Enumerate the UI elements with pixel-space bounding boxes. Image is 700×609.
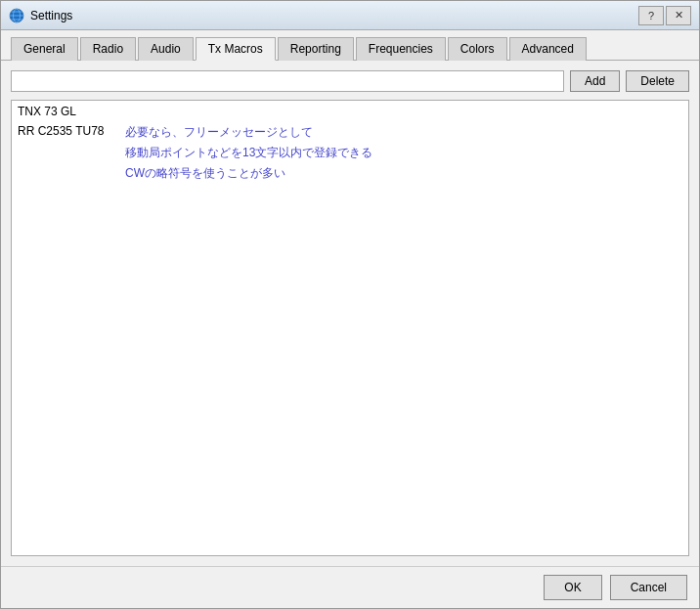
list-item-value: 必要なら、フリーメッセージとして bbox=[125, 124, 313, 141]
tab-audio[interactable]: Audio bbox=[138, 37, 194, 61]
settings-window: Settings ? ✕ General Radio Audio Tx Macr… bbox=[0, 0, 700, 609]
bottom-bar: OK Cancel bbox=[1, 566, 699, 608]
help-button[interactable]: ? bbox=[638, 6, 664, 25]
list-item[interactable]: TNX 73 GL bbox=[12, 103, 688, 122]
list-item-key: RR C2535 TU78 bbox=[18, 124, 125, 138]
tab-advanced[interactable]: Advanced bbox=[509, 37, 587, 61]
macro-list[interactable]: TNX 73 GL RR C2535 TU78 必要なら、フリーメッセージとして… bbox=[11, 100, 689, 556]
tab-general[interactable]: General bbox=[11, 37, 78, 61]
title-bar-controls: ? ✕ bbox=[638, 6, 691, 25]
macro-input[interactable] bbox=[11, 70, 564, 92]
list-item-value: 移動局ポイントなどを13文字以内で登録できる bbox=[125, 145, 372, 161]
content-area: Add Delete TNX 73 GL RR C2535 TU78 必要なら、… bbox=[1, 61, 699, 566]
tab-reporting[interactable]: Reporting bbox=[278, 37, 354, 61]
close-button[interactable]: ✕ bbox=[666, 6, 691, 25]
ok-button[interactable]: OK bbox=[544, 575, 601, 600]
list-item-key: TNX 73 GL bbox=[18, 105, 125, 118]
input-row: Add Delete bbox=[11, 70, 689, 92]
cancel-button[interactable]: Cancel bbox=[610, 575, 687, 600]
delete-button[interactable]: Delete bbox=[626, 70, 689, 92]
tab-tx-macros[interactable]: Tx Macros bbox=[196, 37, 276, 61]
add-button[interactable]: Add bbox=[570, 70, 620, 92]
window-title: Settings bbox=[30, 9, 72, 22]
app-icon bbox=[9, 8, 24, 23]
list-item-value: CWの略符号を使うことが多い bbox=[125, 165, 285, 182]
tab-colors[interactable]: Colors bbox=[448, 37, 507, 61]
tab-frequencies[interactable]: Frequencies bbox=[356, 37, 446, 61]
list-item[interactable]: CWの略符号を使うことが多い bbox=[12, 163, 688, 184]
tab-radio[interactable]: Radio bbox=[80, 37, 136, 61]
title-bar: Settings ? ✕ bbox=[1, 1, 699, 30]
tab-bar: General Radio Audio Tx Macros Reporting … bbox=[1, 30, 699, 61]
list-item[interactable]: RR C2535 TU78 必要なら、フリーメッセージとして bbox=[12, 122, 688, 143]
list-item[interactable]: 移動局ポイントなどを13文字以内で登録できる bbox=[12, 143, 688, 163]
title-bar-left: Settings bbox=[9, 8, 72, 23]
